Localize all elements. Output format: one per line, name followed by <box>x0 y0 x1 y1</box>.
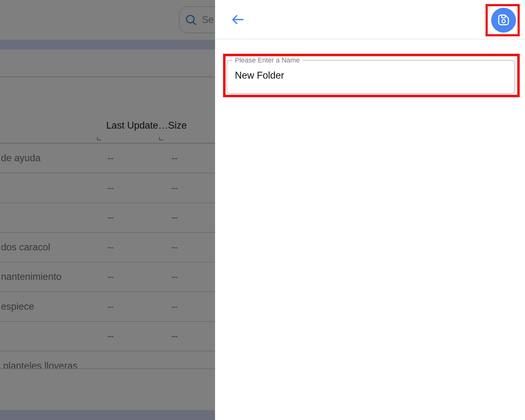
folder-name-field[interactable]: Please Enter a Name <box>226 60 515 94</box>
new-folder-panel: Please Enter a Name <box>215 0 525 420</box>
folder-name-input[interactable] <box>235 70 502 81</box>
back-button[interactable] <box>228 11 248 29</box>
arrow-left-icon <box>231 14 244 26</box>
panel-header-divider <box>215 39 525 39</box>
save-button[interactable] <box>491 8 516 33</box>
folder-name-label: Please Enter a Name <box>232 56 302 64</box>
modal-backdrop[interactable] <box>0 0 215 420</box>
floppy-disk-save-icon <box>496 13 511 28</box>
